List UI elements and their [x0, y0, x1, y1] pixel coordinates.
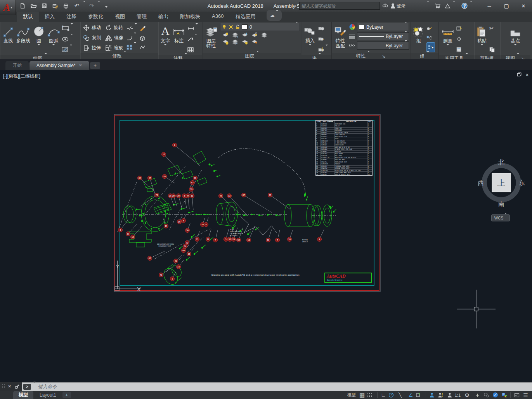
maximize-button[interactable]: ▢: [498, 0, 515, 12]
new-file-button[interactable]: [18, 2, 27, 10]
layer-properties-button[interactable]: 图层特性: [204, 23, 218, 53]
command-prompt-icon[interactable]: >: [23, 384, 31, 390]
ribbon-tab-默认[interactable]: 默认: [17, 12, 39, 22]
panel-title-group[interactable]: 组: [411, 53, 438, 60]
isolate-objects-button[interactable]: [482, 391, 490, 399]
search-icon[interactable]: [382, 3, 388, 9]
paste-button[interactable]: 粘贴: [475, 23, 489, 55]
minimize-button[interactable]: ─: [481, 0, 498, 12]
annotation-scale-value[interactable]: 1:1: [455, 391, 464, 399]
layer-freeze-icon[interactable]: [242, 32, 248, 38]
search-expand-icon[interactable]: ▸: [295, 4, 297, 8]
ribbon-tab-注释[interactable]: 注释: [61, 12, 82, 22]
dimension-button[interactable]: 标注: [171, 23, 187, 55]
lineweight-select[interactable]: ByLayer: [357, 32, 409, 40]
hatch-tool-button[interactable]: [62, 45, 73, 54]
measure-button[interactable]: 测量: [440, 23, 456, 55]
ribbon-tab-插入[interactable]: 插入: [39, 12, 61, 22]
edit-polyline-icon[interactable]: [139, 43, 146, 52]
isometric-drafting-toggle[interactable]: ╲: [398, 391, 406, 399]
rectangle-tool-button[interactable]: [62, 24, 73, 33]
undo-dropdown[interactable]: [83, 1, 85, 11]
copy-button[interactable]: 复制: [81, 33, 103, 43]
viewcube-south[interactable]: 南: [498, 201, 504, 207]
mirror-button[interactable]: 镜像: [104, 33, 125, 43]
file-tab-start[interactable]: 开始: [5, 61, 29, 70]
text-button[interactable]: A 文字: [159, 23, 171, 55]
object-snap-tracking-toggle[interactable]: ∠: [407, 391, 415, 399]
command-line-grip[interactable]: ✕: [0, 383, 22, 389]
polyline-button[interactable]: 多段线: [15, 23, 31, 55]
ribbon-tab-A360[interactable]: A360: [206, 12, 229, 22]
panel-title-properties[interactable]: 特性↘: [332, 53, 410, 59]
match-brush-icon[interactable]: [139, 24, 146, 33]
table-button[interactable]: [187, 45, 198, 54]
a360-icon[interactable]: [445, 3, 451, 9]
close-button[interactable]: ✕: [515, 0, 532, 12]
cut-button[interactable]: ✂: [489, 24, 495, 33]
match-properties-button[interactable]: 特性匹配: [333, 23, 348, 53]
circle-button[interactable]: 圆: [31, 23, 46, 55]
edit-attributes-button[interactable]: [318, 35, 328, 44]
signin-dropdown[interactable]: [427, 1, 429, 11]
ribbon-tab-输出[interactable]: 输出: [152, 12, 174, 22]
arc-button[interactable]: 圆弧: [46, 23, 61, 55]
copy-clip-button[interactable]: [489, 45, 495, 54]
layer-make-current-icon[interactable]: [222, 39, 229, 45]
line-button[interactable]: 直线: [1, 23, 15, 55]
point-style-button[interactable]: [456, 35, 463, 44]
a360-dropdown[interactable]: [453, 1, 455, 11]
undo-button[interactable]: ↶: [72, 2, 81, 10]
model-space-label[interactable]: 模型: [346, 392, 357, 398]
save-button[interactable]: [40, 2, 49, 10]
color-select[interactable]: ByLayer: [357, 23, 409, 31]
qat-customize-button[interactable]: [102, 2, 111, 10]
ribbon-tab-参数化[interactable]: 参数化: [82, 12, 109, 22]
stretch-button[interactable]: 拉伸: [81, 43, 103, 53]
app-store-icon[interactable]: [435, 3, 441, 9]
layer-off-icon[interactable]: [222, 32, 229, 38]
ungroup-button[interactable]: [426, 24, 435, 33]
signin-button[interactable]: 登录: [390, 3, 406, 9]
help-dropdown[interactable]: [470, 1, 472, 11]
annotation-visibility-toggle[interactable]: [428, 391, 436, 399]
model-tab[interactable]: 模型: [13, 391, 33, 399]
layer-select[interactable]: 0: [220, 23, 300, 31]
panel-title-modify[interactable]: 修改: [80, 53, 158, 59]
panel-title-layers[interactable]: 图层: [203, 53, 301, 59]
grid-display-toggle[interactable]: ▦: [358, 391, 366, 399]
linetype-icon[interactable]: [349, 43, 355, 48]
ribbon-tab-精选应用[interactable]: 精选应用: [229, 12, 261, 22]
ribbon-tab-管理[interactable]: 管理: [131, 12, 152, 22]
group-edit-button[interactable]: [426, 33, 435, 42]
command-input[interactable]: > 键入命令: [22, 382, 532, 391]
layer-lock-icon[interactable]: [251, 32, 258, 38]
layer-isolate-icon[interactable]: [232, 32, 239, 38]
cloud-menu-button[interactable]: ☁: [267, 10, 282, 21]
rotate-button[interactable]: 旋转: [104, 23, 125, 33]
open-file-button[interactable]: [29, 2, 38, 10]
leader-button[interactable]: [187, 35, 198, 44]
base-view-button[interactable]: 基点: [508, 23, 522, 55]
save-as-button[interactable]: [50, 2, 60, 10]
customization-menu-button[interactable]: ☰: [522, 391, 530, 399]
redo-button[interactable]: ↷: [87, 2, 96, 10]
redo-dropdown[interactable]: [98, 1, 100, 11]
annotation-autoscale-toggle[interactable]: [437, 391, 445, 399]
layer-match-icon[interactable]: [261, 32, 268, 38]
workspace-switching-button[interactable]: ⚙: [464, 391, 473, 399]
layer-vpfreeze-icon[interactable]: [251, 39, 258, 45]
layer-prev-icon[interactable]: [232, 39, 239, 45]
ribbon-tab-视图[interactable]: 视图: [109, 12, 131, 22]
lineweight-icon[interactable]: [349, 34, 355, 39]
insert-block-button[interactable]: 插入: [303, 23, 317, 55]
quick-select-button[interactable]: [456, 24, 463, 33]
new-layout-button[interactable]: ＋: [62, 392, 71, 398]
autopublish-icon[interactable]: [500, 391, 508, 399]
properties-dialog-launcher[interactable]: ↘: [382, 54, 386, 59]
ellipse-tool-button[interactable]: [62, 35, 73, 44]
drawing-canvas[interactable]: [-][俯视][二维线框] ─ ✕ YX91834472065675378282…: [0, 70, 532, 382]
plot-button[interactable]: [61, 2, 71, 10]
move-button[interactable]: 移动: [81, 23, 103, 33]
quick-calc-button[interactable]: [456, 45, 463, 54]
